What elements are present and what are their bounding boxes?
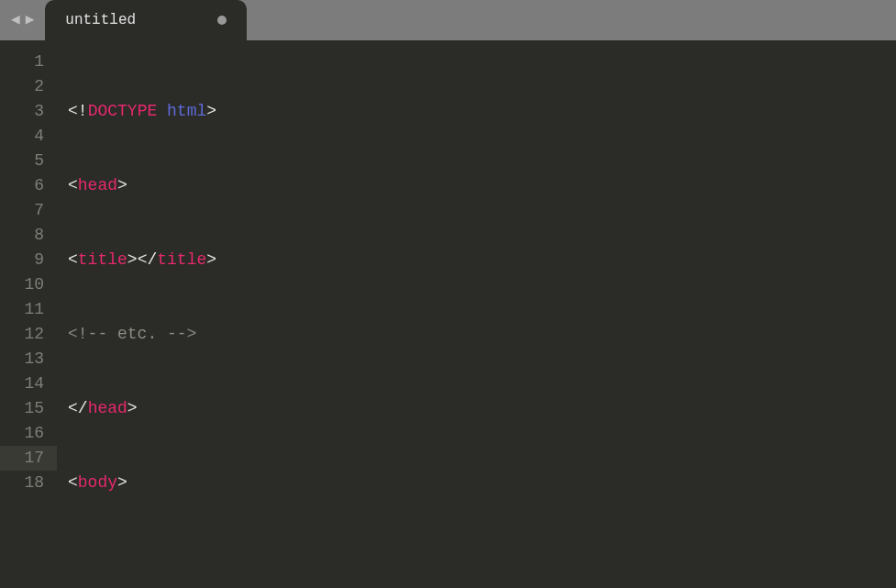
- code-area[interactable]: <!DOCTYPE html> <head> <title></title> <…: [57, 40, 896, 588]
- line-number: 5: [0, 149, 44, 173]
- code-line: <title></title>: [68, 248, 896, 272]
- line-number: 8: [0, 223, 44, 248]
- line-number: 3: [0, 99, 44, 124]
- editor[interactable]: 1 2 3 4 5 6 7 8 9 10 11 12 13 14 15 16 1…: [0, 40, 896, 588]
- line-number: 7: [0, 198, 44, 223]
- tab-modified-indicator-icon: [217, 16, 227, 25]
- code-line: <!-- etc. -->: [68, 322, 896, 347]
- line-number: 1: [0, 50, 44, 74]
- line-number: 4: [0, 124, 44, 149]
- line-number: 9: [0, 248, 44, 272]
- line-number: 17: [0, 446, 57, 471]
- line-number: 11: [0, 297, 44, 322]
- tab[interactable]: untitled: [45, 0, 247, 40]
- line-number: 15: [0, 396, 44, 421]
- line-number: 12: [0, 322, 44, 347]
- code-line: <!DOCTYPE html>: [68, 99, 896, 124]
- titlebar: ◀ ▶ untitled: [0, 0, 896, 40]
- line-number: 2: [0, 74, 44, 99]
- line-number: 10: [0, 272, 44, 297]
- line-number: 16: [0, 421, 44, 446]
- line-number: 6: [0, 173, 44, 198]
- code-line: <head>: [68, 173, 896, 198]
- line-number: 14: [0, 372, 44, 396]
- code-line: <body>: [68, 471, 896, 495]
- gutter: 1 2 3 4 5 6 7 8 9 10 11 12 13 14 15 16 1…: [0, 40, 57, 588]
- code-line: </head>: [68, 396, 896, 421]
- nav-back-icon[interactable]: ◀: [11, 13, 20, 28]
- nav-forward-icon[interactable]: ▶: [26, 13, 35, 28]
- nav-arrows: ◀ ▶: [0, 13, 45, 28]
- code-line: [68, 545, 896, 570]
- line-number: 13: [0, 347, 44, 372]
- line-number: 18: [0, 471, 44, 495]
- tab-title: untitled: [65, 12, 136, 28]
